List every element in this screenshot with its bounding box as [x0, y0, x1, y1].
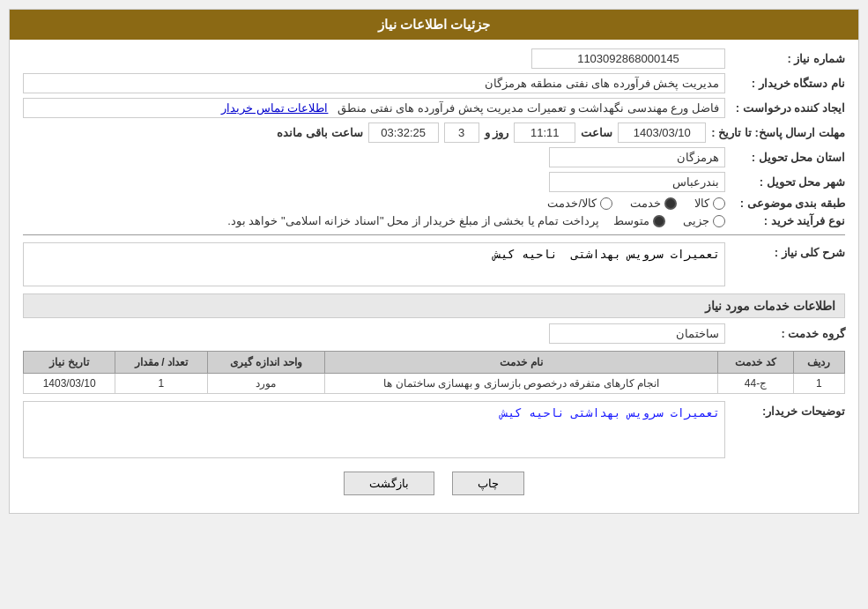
col-radif: ردیف: [793, 352, 844, 374]
mohlat-saat: 11:11: [514, 123, 575, 143]
col-vahed: واحد اندازه گیری: [207, 352, 325, 374]
tabaqe-khadamat-radio[interactable]: [664, 197, 677, 210]
col-tarikh: تاریخ نیاز: [24, 352, 115, 374]
tozihat-value[interactable]: [23, 401, 725, 458]
print-button[interactable]: چاپ: [452, 472, 524, 495]
noefarayand-text: پرداخت تمام یا بخشی از مبلغ خریدار از مح…: [227, 214, 599, 227]
namDastgah-label: نام دستگاه خریدار :: [731, 77, 845, 90]
groheKhadamat-value: ساختمان: [549, 323, 725, 344]
cell-vahed: مورد: [207, 374, 325, 394]
page-wrapper: جزئیات اطلاعات نیاز شماره نیاز : 1103092…: [0, 0, 868, 609]
noefarayand-jozi-radio[interactable]: [713, 215, 725, 227]
mohlat-label: مهلت ارسال پاسخ: تا تاریخ :: [711, 126, 845, 139]
table-row: 1 ج-44 انجام کارهای متفرقه درخصوص بازساز…: [24, 374, 845, 394]
shahr-label: شهر محل تحویل :: [731, 175, 845, 189]
page-title: جزئیات اطلاعات نیاز: [10, 10, 858, 40]
tabaqe-kala-khadamat: کالا/خدمت: [547, 197, 612, 210]
ijadKonande-row: ایجاد کننده درخواست : فاضل ورع مهندسی نگ…: [23, 98, 845, 118]
shomareNiaz-label: شماره نیاز :: [731, 52, 845, 65]
table-section: ردیف کد خدمت نام خدمت واحد اندازه گیری ت…: [23, 351, 845, 394]
mohlat-date: 1403/03/10: [618, 123, 706, 143]
cell-radif: 1: [793, 374, 844, 394]
shomareNiaz-row: شماره نیاز : 1103092868000145: [23, 48, 845, 69]
ijadKonande-link[interactable]: اطلاعات تماس خریدار: [221, 101, 328, 115]
noefarayand-motovaset: متوسط: [613, 214, 665, 227]
mohlat-row: مهلت ارسال پاسخ: تا تاریخ : 1403/03/10 س…: [23, 123, 845, 143]
divider-1: [23, 234, 845, 235]
khadamat-header: اطلاعات خدمات مورد نیاز: [23, 293, 845, 318]
mohlat-roz: 3: [444, 123, 479, 143]
groheKhadamat-row: گروه خدمت : ساختمان: [23, 323, 845, 344]
noefarayand-radio-group: جزیی متوسط: [613, 214, 725, 227]
mohlat-baqi: 03:32:25: [368, 123, 439, 143]
tabaqe-kala: کالا: [694, 197, 725, 210]
back-button[interactable]: بازگشت: [344, 472, 434, 495]
mohlat-roz-label: روز و: [485, 126, 509, 139]
tozihat-row: توضیحات خریدار:: [23, 401, 845, 461]
tabaqe-label: طبقه بندی موضوعی :: [731, 197, 845, 210]
buttons-row: چاپ بازگشت: [23, 472, 845, 495]
ijadKonande-label: ایجاد کننده درخواست :: [731, 101, 845, 115]
mohlat-saat-label: ساعت: [581, 126, 612, 139]
tabaqe-kala-khadamat-radio[interactable]: [600, 197, 612, 210]
tabaqe-radio-group: کالا خدمت کالا/خدمت: [547, 197, 725, 210]
shahr-row: شهر محل تحویل : بندرعباس: [23, 172, 845, 192]
sharhKolli-label: شرح کلی نیاز :: [731, 242, 845, 259]
ostan-label: استان محل تحویل :: [731, 151, 845, 164]
groheKhadamat-label: گروه خدمت :: [731, 327, 845, 340]
noefarayand-motovaset-radio[interactable]: [653, 215, 665, 227]
col-tedad: تعداد / مقدار: [115, 352, 207, 374]
shomareNiaz-value: 1103092868000145: [531, 48, 725, 69]
ostan-value: هرمزگان: [549, 147, 725, 167]
ijadKonande-value: فاضل ورع مهندسی نگهداشت و تعمیرات مدیریت…: [23, 98, 725, 118]
ostan-row: استان محل تحویل : هرمزگان: [23, 147, 845, 167]
tabaqe-khadamat: خدمت: [630, 197, 677, 210]
tabaqe-kala-radio[interactable]: [713, 197, 725, 210]
col-kod: کد خدمت: [718, 352, 794, 374]
cell-kod: ج-44: [718, 374, 794, 394]
content-area: شماره نیاز : 1103092868000145 نام دستگاه…: [10, 40, 858, 513]
tabaqe-row: طبقه بندی موضوعی : کالا خدمت کالا/خدمت: [23, 197, 845, 210]
cell-tedad: 1: [115, 374, 207, 394]
noefarayand-row: نوع فرآیند خرید : جزیی متوسط پرداخت تمام…: [23, 214, 845, 227]
namDastgah-row: نام دستگاه خریدار : مدیریت پخش فرآورده ه…: [23, 73, 845, 93]
shahr-value: بندرعباس: [549, 172, 725, 192]
cell-tarikh: 1403/03/10: [24, 374, 115, 394]
tozihat-label: توضیحات خریدار:: [731, 401, 845, 418]
mohlat-baqi-label: ساعت باقی مانده: [277, 126, 362, 139]
col-nam: نام خدمت: [325, 352, 718, 374]
services-table: ردیف کد خدمت نام خدمت واحد اندازه گیری ت…: [23, 351, 845, 394]
noefarayand-label: نوع فرآیند خرید :: [731, 214, 845, 227]
main-container: جزئیات اطلاعات نیاز شماره نیاز : 1103092…: [9, 9, 859, 514]
namDastgah-value: مدیریت پخش فرآورده های نفتی منطقه هرمزگا…: [23, 73, 725, 93]
sharhKolli-value[interactable]: <span data-bind="fields.sharhKolli_value…: [23, 242, 725, 286]
cell-nam: انجام کارهای متفرقه درخصوص بازسازی و بهس…: [325, 374, 718, 394]
noefarayand-jozi: جزیی: [683, 214, 725, 227]
sharhKolli-row: شرح کلی نیاز : <span data-bind="fields.s…: [23, 242, 845, 289]
